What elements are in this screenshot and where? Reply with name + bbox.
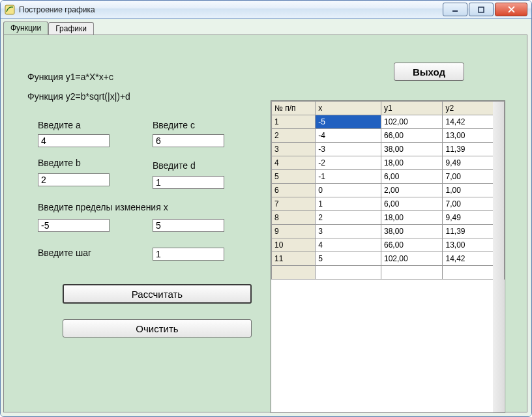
titlebar: Построение графика [1,1,531,19]
table-cell[interactable]: 6 [272,184,316,197]
input-xmax[interactable] [153,219,224,232]
table-row[interactable]: 2-466,0013,00 [272,129,505,143]
label-a: Введите a [38,120,81,130]
table-row[interactable]: 3-338,0011,39 [272,143,505,156]
tab-graphs[interactable]: Графики [48,22,94,35]
formula-y1-label: Функция y1=a*X*x+c [27,72,113,82]
table-cell[interactable]: 2 [272,129,316,143]
table-cell[interactable] [316,266,381,280]
table-row[interactable]: 1-5102,0014,42 [272,115,505,129]
label-d: Введите d [153,160,196,171]
table-cell[interactable]: 2 [316,211,381,225]
table-cell[interactable]: 102,00 [381,252,442,266]
svg-rect-1 [452,10,458,12]
table-row[interactable]: 115102,0014,42 [272,252,505,266]
app-icon [5,5,15,15]
table-row[interactable]: 716,007,00 [272,197,505,211]
table-row[interactable]: 10466,0013,00 [272,238,505,252]
formula-y2-label: Функция y2=b*sqrt(|x|)+d [27,91,130,102]
table-cell[interactable]: -4 [316,129,381,143]
table-cell[interactable]: 9 [272,225,316,238]
grid-scrollbar[interactable] [493,102,504,413]
exit-button[interactable]: Выход [394,63,464,81]
calc-button[interactable]: Рассчитать [63,284,252,304]
svg-rect-0 [5,5,14,14]
table-cell[interactable]: 6,00 [381,170,442,184]
tab-functions[interactable]: Функции [3,22,48,35]
col-header-2: y1 [381,102,442,115]
col-header-0: № п/п [272,102,316,115]
svg-rect-2 [479,7,484,12]
window-buttons [441,3,527,16]
table-cell[interactable]: 5 [272,170,316,184]
table-cell[interactable]: 18,00 [381,156,442,170]
table-cell[interactable] [272,266,316,280]
table-row[interactable]: 4-218,009,49 [272,156,505,170]
table-cell[interactable]: -1 [316,170,381,184]
maximize-button[interactable] [469,3,494,16]
label-b: Введите b [38,158,81,168]
table-cell[interactable]: 3 [316,225,381,238]
table-cell[interactable]: 8 [272,211,316,225]
input-c[interactable] [153,134,224,147]
table-cell[interactable]: 4 [272,156,316,170]
tab-strip: Функции Графики [3,22,94,35]
table-cell[interactable] [381,266,442,280]
minimize-button[interactable] [443,3,467,16]
table-cell[interactable]: 1 [272,115,316,129]
table-cell[interactable]: 0 [316,184,381,197]
table-cell[interactable]: 3 [272,143,316,156]
app-window: Построение графика Функции Графики Выход… [0,0,532,417]
table-cell[interactable]: 1 [316,197,381,211]
table-cell[interactable]: 10 [272,238,316,252]
input-a[interactable] [38,134,110,147]
table-row[interactable]: 9338,0011,39 [272,225,505,238]
table-row[interactable]: 5-16,007,00 [272,170,505,184]
input-xmin[interactable] [38,219,110,232]
table-cell[interactable]: 11 [272,252,316,266]
table-cell[interactable]: 38,00 [381,143,442,156]
table-row[interactable] [272,266,505,280]
table-cell[interactable]: 5 [316,252,381,266]
label-range: Введите пределы изменения x [38,202,168,212]
table-cell[interactable]: 4 [316,238,381,252]
table-cell[interactable]: 2,00 [381,184,442,197]
table-cell[interactable]: -3 [316,143,381,156]
results-table[interactable]: № п/п x y1 y2 1-5102,0014,422-466,0013,0… [271,101,505,280]
client-area: Функции Графики Выход Функция y1=a*X*x+c… [1,19,531,416]
input-step[interactable] [153,248,224,261]
table-cell[interactable]: 7 [272,197,316,211]
input-d[interactable] [153,176,224,189]
table-cell[interactable]: 18,00 [381,211,442,225]
table-cell[interactable]: 66,00 [381,129,442,143]
clear-button[interactable]: Очистить [63,319,252,338]
label-step: Введите шаг [38,248,91,258]
col-header-1: x [316,102,381,115]
table-cell[interactable]: 6,00 [381,197,442,211]
tab-page-functions: Выход Функция y1=a*X*x+c Функция y2=b*sq… [3,35,527,412]
table-row[interactable]: 602,001,00 [272,184,505,197]
label-c: Введите c [153,120,195,130]
table-cell[interactable]: -5 [316,115,381,129]
table-cell[interactable]: 102,00 [381,115,442,129]
close-button[interactable] [495,3,527,16]
table-cell[interactable]: 66,00 [381,238,442,252]
table-cell[interactable]: 38,00 [381,225,442,238]
table-cell[interactable]: -2 [316,156,381,170]
results-grid[interactable]: № п/п x y1 y2 1-5102,0014,422-466,0013,0… [271,100,505,413]
table-row[interactable]: 8218,009,49 [272,211,505,225]
window-title: Построение графика [19,5,441,14]
input-b[interactable] [38,173,110,186]
